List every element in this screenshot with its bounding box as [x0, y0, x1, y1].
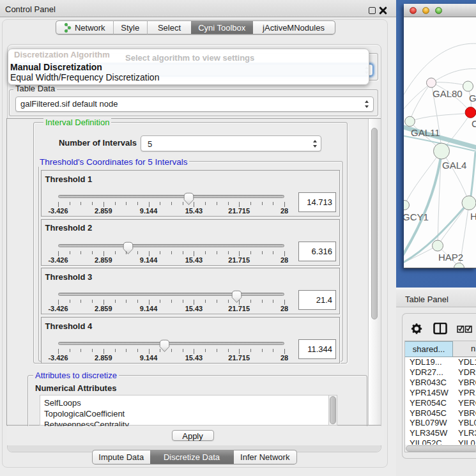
svg-text:GAL4: GAL4 [442, 160, 466, 171]
svg-text:HAP2: HAP2 [438, 252, 463, 263]
svg-text:GAL80: GAL80 [433, 88, 463, 99]
svg-text:GAL11: GAL11 [411, 127, 440, 138]
svg-text:C: C [472, 118, 476, 129]
svg-text:GCY1: GCY1 [404, 211, 429, 222]
svg-text:H: H [470, 211, 476, 222]
svg-text:G.: G. [469, 93, 476, 104]
